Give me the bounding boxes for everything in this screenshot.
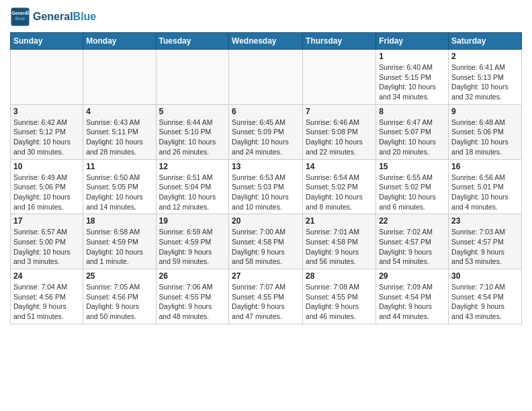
page-container: General Blue GeneralBlue SundayMondayTue… [0,0,532,331]
day-number: 18 [86,216,152,226]
day-cell: 2Sunrise: 6:41 AMSunset: 5:13 PMDaylight… [449,50,522,105]
day-cell [156,50,229,105]
day-number: 29 [379,271,445,281]
day-cell: 16Sunrise: 6:56 AMSunset: 5:01 PMDayligh… [449,159,522,214]
day-info: Sunrise: 6:41 AMSunset: 5:13 PMDaylight:… [451,62,519,102]
day-cell: 17Sunrise: 6:57 AMSunset: 5:00 PMDayligh… [11,214,83,269]
day-cell: 18Sunrise: 6:58 AMSunset: 4:59 PMDayligh… [83,214,156,269]
day-number: 10 [13,162,80,171]
day-info: Sunrise: 7:04 AMSunset: 4:56 PMDaylight:… [13,282,80,322]
day-cell: 8Sunrise: 6:47 AMSunset: 5:07 PMDaylight… [376,104,449,159]
day-info: Sunrise: 6:57 AMSunset: 5:00 PMDaylight:… [13,227,80,267]
weekday-header-friday: Friday [376,33,449,50]
day-cell [303,50,376,105]
day-number: 24 [13,271,80,281]
day-info: Sunrise: 7:01 AMSunset: 4:58 PMDaylight:… [306,227,373,267]
day-cell: 24Sunrise: 7:04 AMSunset: 4:56 PMDayligh… [11,269,83,324]
day-number: 3 [13,107,80,116]
day-info: Sunrise: 6:54 AMSunset: 5:02 PMDaylight:… [306,173,373,212]
weekday-header-sunday: Sunday [11,33,83,50]
day-cell: 26Sunrise: 7:06 AMSunset: 4:55 PMDayligh… [156,269,229,324]
day-number: 7 [306,107,373,116]
day-number: 4 [86,107,152,116]
day-info: Sunrise: 7:03 AMSunset: 4:57 PMDaylight:… [451,227,519,267]
header: General Blue GeneralBlue [10,7,522,27]
day-info: Sunrise: 7:02 AMSunset: 4:57 PMDaylight:… [379,227,445,267]
day-number: 28 [306,271,373,281]
day-cell: 20Sunrise: 7:00 AMSunset: 4:58 PMDayligh… [229,214,303,269]
day-info: Sunrise: 6:56 AMSunset: 5:01 PMDaylight:… [451,173,519,212]
day-cell: 11Sunrise: 6:50 AMSunset: 5:05 PMDayligh… [83,159,156,214]
day-info: Sunrise: 7:07 AMSunset: 4:55 PMDaylight:… [232,282,300,322]
day-cell: 1Sunrise: 6:40 AMSunset: 5:15 PMDaylight… [376,50,449,105]
day-cell: 5Sunrise: 6:44 AMSunset: 5:10 PMDaylight… [156,104,229,159]
day-cell: 25Sunrise: 7:05 AMSunset: 4:56 PMDayligh… [83,269,156,324]
svg-text:Blue: Blue [15,16,26,21]
day-number: 25 [86,271,152,281]
day-info: Sunrise: 6:44 AMSunset: 5:10 PMDaylight:… [159,118,226,157]
day-cell [11,50,83,105]
day-number: 2 [451,52,519,61]
weekday-header-saturday: Saturday [449,33,522,50]
day-number: 30 [451,271,519,281]
day-number: 9 [451,107,519,116]
day-info: Sunrise: 7:08 AMSunset: 4:55 PMDaylight:… [306,282,373,322]
day-number: 1 [379,52,445,61]
day-info: Sunrise: 6:58 AMSunset: 4:59 PMDaylight:… [86,227,152,267]
day-cell: 30Sunrise: 7:10 AMSunset: 4:54 PMDayligh… [449,269,522,324]
day-info: Sunrise: 6:53 AMSunset: 5:03 PMDaylight:… [232,173,300,212]
day-cell: 28Sunrise: 7:08 AMSunset: 4:55 PMDayligh… [303,269,376,324]
day-cell: 6Sunrise: 6:45 AMSunset: 5:09 PMDaylight… [229,104,303,159]
day-cell: 13Sunrise: 6:53 AMSunset: 5:03 PMDayligh… [229,159,303,214]
day-info: Sunrise: 6:40 AMSunset: 5:15 PMDaylight:… [379,62,445,102]
weekday-header-thursday: Thursday [303,33,376,50]
logo: General Blue GeneralBlue [10,7,96,27]
day-info: Sunrise: 6:49 AMSunset: 5:06 PMDaylight:… [13,173,80,212]
day-cell: 14Sunrise: 6:54 AMSunset: 5:02 PMDayligh… [303,159,376,214]
day-number: 13 [232,162,300,171]
day-number: 12 [159,162,226,171]
day-info: Sunrise: 6:50 AMSunset: 5:05 PMDaylight:… [86,173,152,212]
day-number: 15 [379,162,445,171]
day-number: 22 [379,216,445,226]
day-cell: 15Sunrise: 6:55 AMSunset: 5:02 PMDayligh… [376,159,449,214]
day-info: Sunrise: 7:06 AMSunset: 4:55 PMDaylight:… [159,282,226,322]
day-cell: 23Sunrise: 7:03 AMSunset: 4:57 PMDayligh… [449,214,522,269]
week-row-4: 17Sunrise: 6:57 AMSunset: 5:00 PMDayligh… [11,214,522,269]
day-number: 8 [379,107,445,116]
weekday-row: SundayMondayTuesdayWednesdayThursdayFrid… [11,33,522,50]
day-info: Sunrise: 6:48 AMSunset: 5:06 PMDaylight:… [451,118,519,157]
weekday-header-monday: Monday [83,33,156,50]
day-info: Sunrise: 6:47 AMSunset: 5:07 PMDaylight:… [379,118,445,157]
day-cell: 22Sunrise: 7:02 AMSunset: 4:57 PMDayligh… [376,214,449,269]
day-cell: 29Sunrise: 7:09 AMSunset: 4:54 PMDayligh… [376,269,449,324]
day-cell: 7Sunrise: 6:46 AMSunset: 5:08 PMDaylight… [303,104,376,159]
day-number: 11 [86,162,152,171]
day-cell: 12Sunrise: 6:51 AMSunset: 5:04 PMDayligh… [156,159,229,214]
week-row-1: 1Sunrise: 6:40 AMSunset: 5:15 PMDaylight… [11,50,522,105]
weekday-header-wednesday: Wednesday [229,33,303,50]
day-number: 16 [451,162,519,171]
day-info: Sunrise: 7:10 AMSunset: 4:54 PMDaylight:… [451,282,519,322]
day-number: 20 [232,216,300,226]
week-row-3: 10Sunrise: 6:49 AMSunset: 5:06 PMDayligh… [11,159,522,214]
day-info: Sunrise: 6:59 AMSunset: 4:59 PMDaylight:… [159,227,226,267]
day-number: 19 [159,216,226,226]
weekday-header-tuesday: Tuesday [156,33,229,50]
day-number: 17 [13,216,80,226]
day-info: Sunrise: 6:46 AMSunset: 5:08 PMDaylight:… [306,118,373,157]
logo-text: GeneralBlue [33,11,96,23]
day-number: 27 [232,271,300,281]
day-number: 14 [306,162,373,171]
day-cell: 21Sunrise: 7:01 AMSunset: 4:58 PMDayligh… [303,214,376,269]
day-number: 21 [306,216,373,226]
calendar-header: SundayMondayTuesdayWednesdayThursdayFrid… [11,33,522,50]
day-info: Sunrise: 6:43 AMSunset: 5:11 PMDaylight:… [86,118,152,157]
day-number: 5 [159,107,226,116]
day-cell [83,50,156,105]
day-cell: 27Sunrise: 7:07 AMSunset: 4:55 PMDayligh… [229,269,303,324]
day-cell: 3Sunrise: 6:42 AMSunset: 5:12 PMDaylight… [11,104,83,159]
day-info: Sunrise: 6:45 AMSunset: 5:09 PMDaylight:… [232,118,300,157]
week-row-2: 3Sunrise: 6:42 AMSunset: 5:12 PMDaylight… [11,104,522,159]
day-cell [229,50,303,105]
